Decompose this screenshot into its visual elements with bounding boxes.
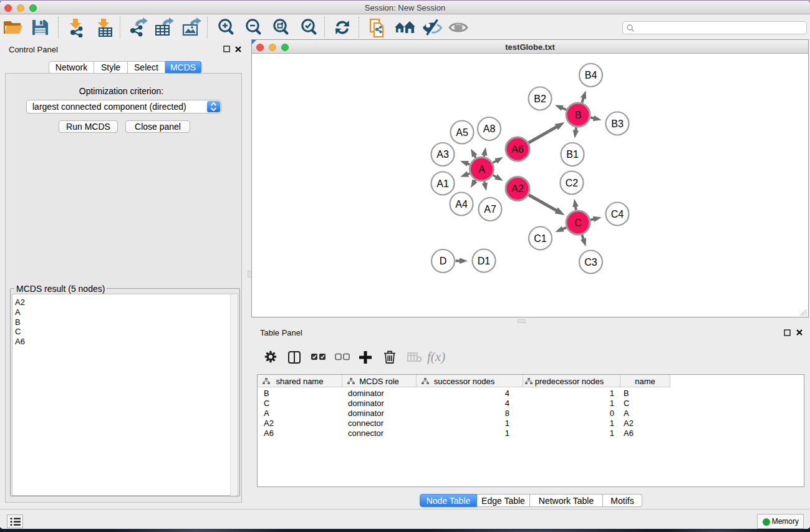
svg-text:C4: C4 (611, 209, 624, 220)
svg-text:C1: C1 (534, 233, 547, 244)
svg-text:B3: B3 (611, 118, 624, 129)
svg-text:A7: A7 (484, 204, 496, 215)
svg-text:C: C (574, 218, 582, 228)
svg-text:B1: B1 (566, 149, 579, 160)
svg-text:C3: C3 (584, 257, 597, 268)
svg-text:B2: B2 (534, 94, 546, 104)
svg-text:D1: D1 (478, 256, 491, 266)
svg-text:A5: A5 (456, 127, 468, 138)
svg-text:A8: A8 (483, 123, 496, 134)
svg-text:A4: A4 (455, 199, 468, 210)
svg-text:D: D (440, 256, 447, 266)
svg-text:C2: C2 (566, 178, 579, 188)
svg-text:A3: A3 (436, 149, 449, 160)
svg-text:A6: A6 (511, 144, 524, 155)
svg-text:A1: A1 (436, 178, 449, 189)
svg-text:B: B (575, 110, 582, 120)
svg-text:A: A (478, 164, 485, 175)
svg-text:A2: A2 (511, 183, 524, 194)
svg-text:B4: B4 (585, 70, 597, 80)
